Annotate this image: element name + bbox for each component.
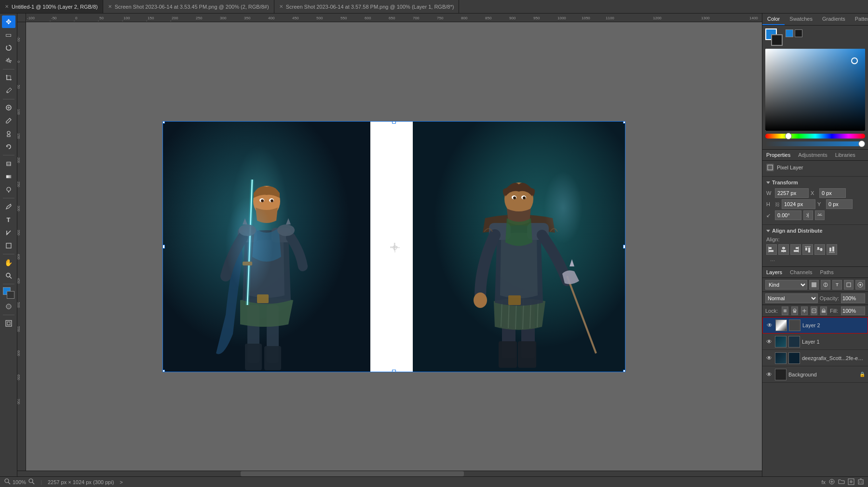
blend-mode-select[interactable]: Normal Dissolve Multiply Screen Overlay — [765, 293, 818, 303]
tab-properties[interactable]: Properties — [762, 150, 794, 160]
transform-collapse[interactable] — [766, 181, 770, 184]
eraser-tool[interactable] — [2, 157, 15, 170]
flip-v-btn[interactable] — [815, 210, 825, 220]
handle-mid-right[interactable] — [623, 245, 625, 249]
bg-visibility[interactable]: 👁 — [765, 371, 773, 378]
handle-bot-left[interactable] — [163, 370, 165, 372]
lock-artboard-btn[interactable] — [811, 306, 817, 315]
tab-swatches[interactable]: Swatches — [785, 14, 817, 25]
w-input[interactable] — [775, 188, 809, 198]
color-bg-square[interactable] — [795, 29, 802, 37]
alpha-slider[interactable] — [765, 141, 865, 146]
x-input[interactable] — [819, 188, 846, 198]
fg-bg-color-selector[interactable] — [765, 28, 783, 46]
color-gradient-picker[interactable] — [765, 49, 865, 131]
handle-bot-right[interactable] — [623, 370, 625, 372]
y-input[interactable] — [826, 199, 853, 209]
gradient-tool[interactable] — [2, 170, 15, 183]
align-header[interactable]: Align and Distribute — [766, 228, 864, 234]
flip-h-btn[interactable] — [803, 210, 813, 220]
magic-wand-tool[interactable] — [2, 55, 15, 67]
tab-paths[interactable]: Paths — [816, 267, 838, 278]
type-tool[interactable]: T — [2, 213, 15, 226]
filter-adj-btn[interactable] — [821, 280, 830, 290]
lock-image-btn[interactable] — [791, 306, 798, 315]
quick-mask[interactable] — [2, 300, 15, 313]
layer-item-layer2[interactable]: 👁 Layer 2 — [762, 317, 868, 334]
tab-close-icon[interactable]: ✕ — [5, 4, 9, 9]
crop-tool[interactable] — [2, 71, 15, 84]
zoom-out-btn[interactable] — [4, 478, 11, 486]
filter-kind-select[interactable]: Kind Name Effect Mode — [765, 280, 807, 290]
more-options[interactable]: ... — [766, 255, 864, 264]
status-mask-btn[interactable] — [848, 478, 854, 486]
status-folder-btn[interactable] — [838, 478, 845, 486]
spot-heal-tool[interactable] — [2, 101, 15, 114]
tab-gradients[interactable]: Gradients — [817, 14, 850, 25]
layer2-visibility[interactable]: 👁 — [766, 321, 773, 329]
tab-screenshot1[interactable]: ✕ Screen Shot 2023-06-14 at 3.53.45 PM.p… — [103, 0, 274, 13]
clone-tool[interactable] — [2, 127, 15, 140]
background-color-box[interactable] — [771, 34, 783, 46]
handle-top-right[interactable] — [623, 121, 625, 124]
layer-item-layer1[interactable]: 👁 Layer 1 — [762, 334, 868, 350]
tab-adjustments[interactable]: Adjustments — [794, 150, 831, 160]
hand-tool[interactable]: ✋ — [2, 256, 15, 269]
tab-libraries[interactable]: Libraries — [831, 150, 859, 160]
foreground-color[interactable] — [2, 286, 15, 300]
filter-pixel-btn[interactable] — [809, 280, 819, 290]
align-center-v-btn[interactable] — [814, 244, 825, 255]
status-delete-btn[interactable] — [857, 478, 864, 486]
tab-close-icon-2[interactable]: ✕ — [108, 4, 112, 9]
opacity-input[interactable] — [841, 293, 865, 303]
status-fx-btn[interactable]: fx — [821, 479, 826, 485]
alpha-thumb[interactable] — [858, 140, 865, 147]
tab-layers[interactable]: Layers — [762, 267, 786, 278]
status-create-btn[interactable] — [828, 478, 835, 486]
handle-mid-left[interactable] — [163, 245, 165, 249]
dodge-tool[interactable] — [2, 183, 15, 196]
shape-tool[interactable] — [2, 239, 15, 252]
align-center-h-btn[interactable] — [778, 244, 789, 255]
align-left-btn[interactable] — [766, 244, 777, 255]
transform-header[interactable]: Transform — [766, 180, 864, 185]
marquee-tool[interactable]: ▭ — [2, 28, 15, 41]
layer1-visibility[interactable]: 👁 — [765, 338, 773, 346]
lasso-tool[interactable] — [2, 42, 15, 54]
align-bottom-btn[interactable] — [827, 244, 837, 255]
canvas-scrollbar[interactable] — [17, 471, 762, 476]
pen-tool[interactable] — [2, 200, 15, 213]
filter-shape-btn[interactable] — [844, 280, 854, 290]
handle-top-left[interactable] — [163, 121, 165, 124]
align-collapse[interactable] — [766, 230, 770, 232]
eyedropper-tool[interactable] — [2, 84, 15, 97]
fill-input[interactable] — [841, 306, 865, 315]
layer-item-deez[interactable]: 👁 deezgrafix_Scott...2fe-e7dc7f9fe017 — [762, 350, 868, 366]
path-select-tool[interactable] — [2, 226, 15, 239]
align-top-btn[interactable] — [802, 244, 813, 255]
filter-type-btn[interactable]: T — [832, 280, 842, 290]
h-input[interactable] — [782, 199, 815, 209]
zoom-in-btn[interactable] — [28, 478, 35, 486]
deez-visibility[interactable]: 👁 — [765, 354, 773, 362]
screen-mode[interactable] — [2, 317, 15, 330]
tab-close-icon-3[interactable]: ✕ — [279, 4, 283, 9]
tab-color[interactable]: Color — [762, 14, 785, 25]
canvas-container[interactable] — [26, 22, 762, 471]
align-right-btn[interactable] — [790, 244, 801, 255]
tab-untitled[interactable]: ✕ Untitled-1 @ 100% (Layer 2, RGB/8) — [0, 0, 103, 13]
color-fg-square[interactable] — [786, 29, 793, 37]
handle-bot-mid[interactable] — [392, 370, 396, 372]
lock-all-btn[interactable] — [820, 306, 827, 315]
angle-input[interactable] — [775, 210, 801, 220]
link-icon[interactable]: ⛓ — [775, 202, 780, 207]
tab-screenshot2[interactable]: ✕ Screen Shot 2023-06-14 at 3.57.58 PM.p… — [274, 0, 460, 13]
zoom-tool[interactable] — [2, 269, 15, 282]
tab-channels[interactable]: Channels — [786, 267, 816, 278]
lock-pixels-btn[interactable] — [782, 306, 788, 315]
status-arrow-btn[interactable]: > — [120, 479, 122, 485]
filter-smart-btn[interactable] — [855, 280, 865, 290]
tab-patterns[interactable]: Patterns — [850, 14, 868, 25]
hue-slider[interactable] — [765, 134, 865, 139]
move-tool[interactable]: ✥ — [2, 15, 15, 28]
